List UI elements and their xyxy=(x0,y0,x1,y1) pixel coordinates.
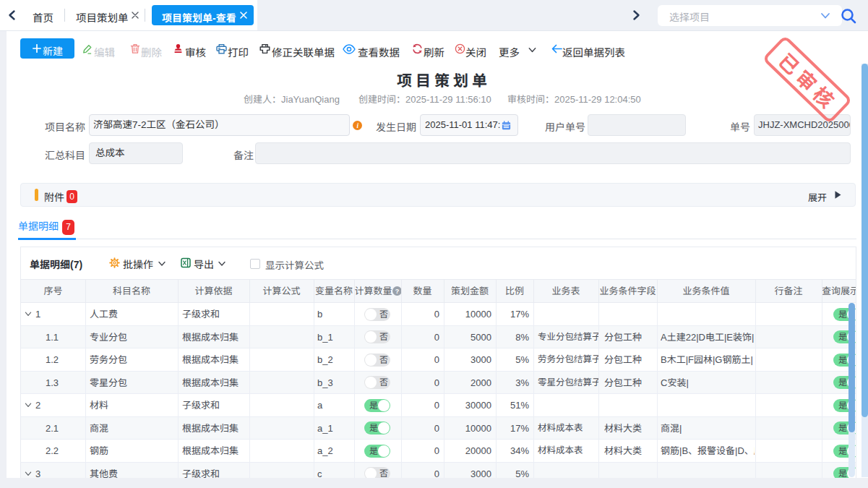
svg-text:i: i xyxy=(356,122,358,129)
svg-text:?: ? xyxy=(395,288,400,295)
